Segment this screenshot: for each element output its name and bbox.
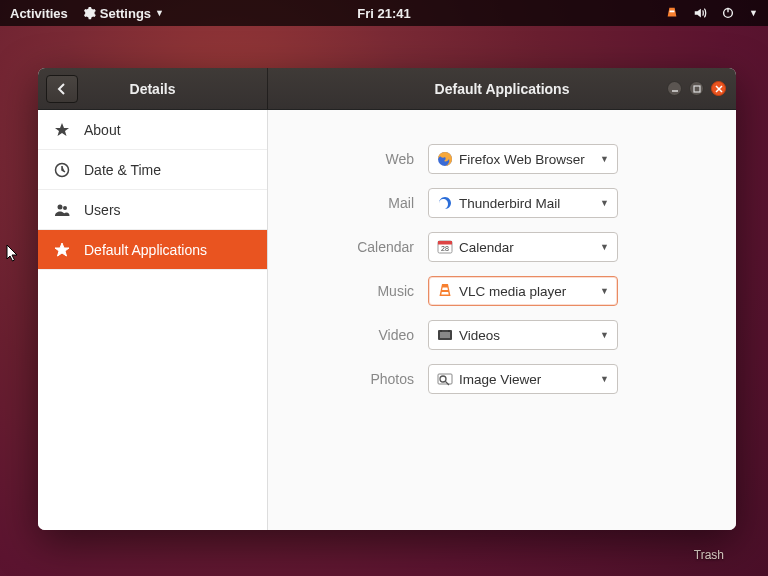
clock-icon xyxy=(54,162,70,178)
web-combo[interactable]: Firefox Web Browser ▼ xyxy=(428,144,618,174)
svg-rect-8 xyxy=(438,241,452,245)
mouse-cursor xyxy=(6,244,20,264)
combo-value: Videos xyxy=(459,328,500,343)
thunderbird-icon xyxy=(437,195,453,211)
sidebar: About Date & Time Users Default Applicat… xyxy=(38,110,268,530)
row-calendar: Calendar 28 Calendar ▼ xyxy=(268,232,706,262)
image-viewer-icon xyxy=(437,371,453,387)
app-menu-settings[interactable]: Settings ▼ xyxy=(82,6,164,21)
app-menu-label: Settings xyxy=(100,6,151,21)
settings-window: Details Default Applications About Date … xyxy=(38,68,736,530)
sidebar-item-about[interactable]: About xyxy=(38,110,267,150)
sidebar-item-label: Default Applications xyxy=(84,242,207,258)
chevron-down-icon: ▼ xyxy=(600,286,609,296)
combo-value: Firefox Web Browser xyxy=(459,152,585,167)
svg-rect-1 xyxy=(694,86,700,92)
svg-text:28: 28 xyxy=(441,245,449,252)
calendar-icon: 28 xyxy=(437,239,453,255)
chevron-down-icon: ▼ xyxy=(600,154,609,164)
panel-title-left: Details xyxy=(130,81,176,97)
close-button[interactable] xyxy=(711,81,726,96)
power-icon[interactable] xyxy=(721,6,735,20)
gear-icon xyxy=(82,6,96,20)
row-label: Calendar xyxy=(268,239,428,255)
activities-button[interactable]: Activities xyxy=(10,6,68,21)
star-filled-icon xyxy=(54,242,70,258)
sidebar-item-datetime[interactable]: Date & Time xyxy=(38,150,267,190)
chevron-down-icon: ▼ xyxy=(600,198,609,208)
row-music: Music VLC media player ▼ xyxy=(268,276,706,306)
chevron-down-icon: ▼ xyxy=(155,8,164,18)
chevron-down-icon: ▼ xyxy=(600,330,609,340)
vlc-icon xyxy=(437,283,453,299)
row-video: Video Videos ▼ xyxy=(268,320,706,350)
top-panel: Activities Settings ▼ Fri 21:41 ▼ xyxy=(0,0,768,26)
chevron-down-icon: ▼ xyxy=(600,374,609,384)
videos-icon xyxy=(437,327,453,343)
sidebar-item-label: Users xyxy=(84,202,121,218)
back-button[interactable] xyxy=(46,75,78,103)
maximize-button[interactable] xyxy=(689,81,704,96)
sidebar-item-label: Date & Time xyxy=(84,162,161,178)
svg-rect-11 xyxy=(440,332,450,338)
svg-point-3 xyxy=(58,204,63,209)
row-label: Mail xyxy=(268,195,428,211)
minimize-button[interactable] xyxy=(667,81,682,96)
volume-icon[interactable] xyxy=(693,6,707,20)
titlebar: Details Default Applications xyxy=(38,68,736,110)
mail-combo[interactable]: Thunderbird Mail ▼ xyxy=(428,188,618,218)
combo-value: VLC media player xyxy=(459,284,566,299)
chevron-down-icon: ▼ xyxy=(600,242,609,252)
users-icon xyxy=(54,202,70,218)
svg-point-13 xyxy=(448,330,449,331)
chevron-down-icon[interactable]: ▼ xyxy=(749,8,758,18)
music-combo[interactable]: VLC media player ▼ xyxy=(428,276,618,306)
firefox-icon xyxy=(437,151,453,167)
row-photos: Photos Image Viewer ▼ xyxy=(268,364,706,394)
svg-point-12 xyxy=(440,330,441,331)
row-mail: Mail Thunderbird Mail ▼ xyxy=(268,188,706,218)
svg-point-4 xyxy=(63,206,67,210)
clock[interactable]: Fri 21:41 xyxy=(357,6,410,21)
star-icon xyxy=(54,122,70,138)
vlc-tray-icon[interactable] xyxy=(665,6,679,20)
row-web: Web Firefox Web Browser ▼ xyxy=(268,144,706,174)
panel-title-right: Default Applications xyxy=(435,81,570,97)
row-label: Video xyxy=(268,327,428,343)
photos-combo[interactable]: Image Viewer ▼ xyxy=(428,364,618,394)
calendar-combo[interactable]: 28 Calendar ▼ xyxy=(428,232,618,262)
sidebar-item-default-apps[interactable]: Default Applications xyxy=(38,230,267,270)
row-label: Music xyxy=(268,283,428,299)
combo-value: Image Viewer xyxy=(459,372,541,387)
trash-label: Trash xyxy=(694,548,724,562)
row-label: Photos xyxy=(268,371,428,387)
row-label: Web xyxy=(268,151,428,167)
combo-value: Calendar xyxy=(459,240,514,255)
sidebar-item-users[interactable]: Users xyxy=(38,190,267,230)
video-combo[interactable]: Videos ▼ xyxy=(428,320,618,350)
content-pane: Web Firefox Web Browser ▼ Mail Thunderbi… xyxy=(268,110,736,530)
sidebar-item-label: About xyxy=(84,122,121,138)
combo-value: Thunderbird Mail xyxy=(459,196,560,211)
